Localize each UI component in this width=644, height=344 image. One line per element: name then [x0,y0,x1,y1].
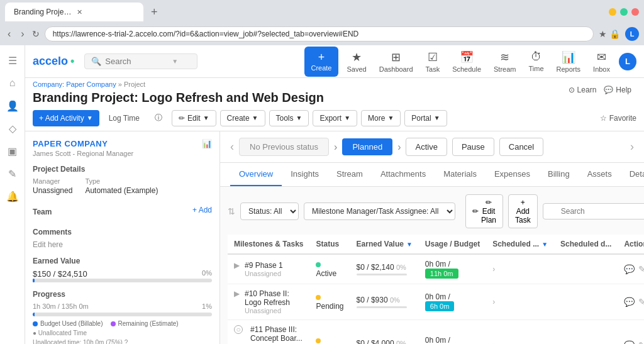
tools-button[interactable]: Tools ▼ [269,110,309,126]
back-button[interactable]: ‹ [5,27,13,41]
info-button[interactable]: ⓘ [149,109,168,127]
milestones-sort[interactable]: Milestones & Tasks [234,240,303,248]
user-avatar[interactable]: L [619,53,636,70]
export-button[interactable]: Export ▼ [313,110,357,126]
scheduled-start-arrow[interactable]: › [492,265,495,274]
table-search-input[interactable] [543,203,644,219]
comments-edit-link[interactable]: Edit here [33,240,212,249]
pause-button[interactable]: Pause [452,138,494,156]
portal-button[interactable]: Portal ▼ [404,110,447,126]
tab-overview[interactable]: Overview [230,163,282,186]
scheduled-start-arrow[interactable]: › [492,341,495,344]
inbox-label: Inbox [593,65,610,73]
task-label: Task [426,65,440,73]
earned-value-fill [33,279,35,282]
col-scheduled-start[interactable]: Scheduled ... ▼ [486,235,554,254]
edit-button[interactable]: ✏ Edit ▼ [172,110,216,126]
action-edit-icon[interactable]: ✎ [638,340,644,344]
expand-arrow-icon[interactable]: ▶ [234,289,240,298]
add-activity-button[interactable]: + Add Activity ▼ [33,110,99,126]
new-tab-button[interactable]: + [147,4,162,20]
task-icon: ☑ [428,50,438,64]
search-input[interactable] [105,57,168,66]
sidebar-icon-edit[interactable]: ✎ [3,164,23,184]
create-dropdown-button[interactable]: Create ▼ [220,110,265,126]
time-nav-item[interactable]: ⏱ Time [525,48,548,75]
tools-label: Tools [276,114,294,123]
reports-nav-item[interactable]: 📊 Reports [553,48,585,75]
col-milestones[interactable]: Milestones & Tasks [228,235,309,254]
add-task-button[interactable]: + Add Task [508,194,538,228]
usage-value: 0h 0m / [425,336,450,344]
sidebar-icon-grid[interactable]: ▣ [3,141,23,161]
panel-bar-chart-icon[interactable]: 📊 [202,139,212,148]
schedule-nav-item[interactable]: 📅 Schedule [448,48,485,75]
milestone-sub: Unassigned [245,270,283,277]
scheduled-start-arrow[interactable]: › [492,297,495,306]
global-search[interactable]: 🔍 ▼ [84,53,197,69]
tab-close-icon[interactable]: ✕ [77,8,135,16]
minimize-button[interactable] [609,8,616,16]
sidebar-icon-bell[interactable]: 🔔 [3,186,23,206]
status-filter[interactable]: Status: All [240,203,299,220]
earned-value-cell: $0 / $930 0% [350,284,419,320]
usage-cell: 0h 0m / 6h 0m [419,284,486,320]
action-edit-icon[interactable]: ✎ [638,297,644,307]
search-icon: 🔍 [91,57,101,66]
no-previous-status-button[interactable]: No Previous status [239,138,329,156]
earned-value-progress-bar [33,279,212,282]
log-time-button[interactable]: Log Time [103,110,145,126]
reports-label: Reports [557,65,581,73]
url-bar[interactable]: https://lawrence-s-trial-2.accelo.com/?i… [45,26,594,42]
tab-insights[interactable]: Insights [282,163,328,186]
action-chat-icon[interactable]: 💬 [624,297,635,307]
learn-link[interactable]: ⊙ Learn [569,86,597,94]
edit-plan-button[interactable]: ✏ ✏ Edit Plan [465,194,503,228]
close-button[interactable] [631,8,639,16]
progress-title: Progress [33,290,212,299]
status-next-button[interactable]: › [630,140,634,153]
breadcrumb-company[interactable]: Company: Paper Company [33,80,116,88]
saved-nav-item[interactable]: ★ Saved [343,48,370,75]
tab-details[interactable]: Details [621,163,644,186]
earned-value: $0 / $930 [357,296,388,304]
tab-stream[interactable]: Stream [328,163,372,186]
action-edit-icon[interactable]: ✎ [638,264,644,274]
create-button[interactable]: + Create [304,47,338,77]
search-dropdown-icon[interactable]: ▼ [172,58,178,65]
maximize-button[interactable] [620,8,628,16]
planned-status-button[interactable]: Planned [342,138,392,155]
tab-billing[interactable]: Billing [539,163,579,186]
legend-budget-item: Budget Used (Billable) [33,320,103,327]
tab-attachments[interactable]: Attachments [372,163,435,186]
favorite-button[interactable]: ☆ Favorite [600,114,636,123]
status-cell: Pending [309,284,350,320]
dashboard-nav-item[interactable]: ⊞ Dashboard [375,48,417,75]
help-link[interactable]: 💬 Help [604,86,631,94]
team-add-link[interactable]: + Add [192,206,212,214]
active-button[interactable]: Active [406,138,447,156]
inbox-nav-item[interactable]: ✉ Inbox [589,48,614,75]
sidebar-icon-menu[interactable]: ☰ [3,50,23,70]
tab-assets[interactable]: Assets [579,163,621,186]
tab-expenses[interactable]: Expenses [486,163,539,186]
sidebar-icon-people[interactable]: 👤 [3,96,23,116]
refresh-button[interactable]: ↻ [32,29,40,39]
forward-button[interactable]: › [18,27,26,41]
action-chat-icon[interactable]: 💬 [624,264,635,274]
cancel-button[interactable]: Cancel [499,138,543,156]
task-nav-item[interactable]: ☑ Task [422,48,444,75]
tab-materials[interactable]: Materials [435,163,486,186]
more-button[interactable]: More ▼ [361,110,401,126]
stream-nav-item[interactable]: ≋ Stream [490,48,519,75]
assignee-filter[interactable]: Milestone Manager/Task Assignee: All [304,203,455,220]
col-earned-value[interactable]: Earned Value ▼ [350,235,419,254]
expand-arrow-icon[interactable]: ▶ [234,261,240,270]
sort-icon[interactable]: ⇅ [228,206,235,216]
expand-arrow-icon[interactable]: ○ [234,325,245,334]
sidebar-icon-home[interactable]: ⌂ [3,73,23,93]
action-chat-icon[interactable]: 💬 [624,340,635,344]
status-prev-button[interactable]: ‹ [230,140,234,153]
logo-dot: • [70,55,74,68]
sidebar-icon-diamond[interactable]: ◇ [3,118,23,138]
